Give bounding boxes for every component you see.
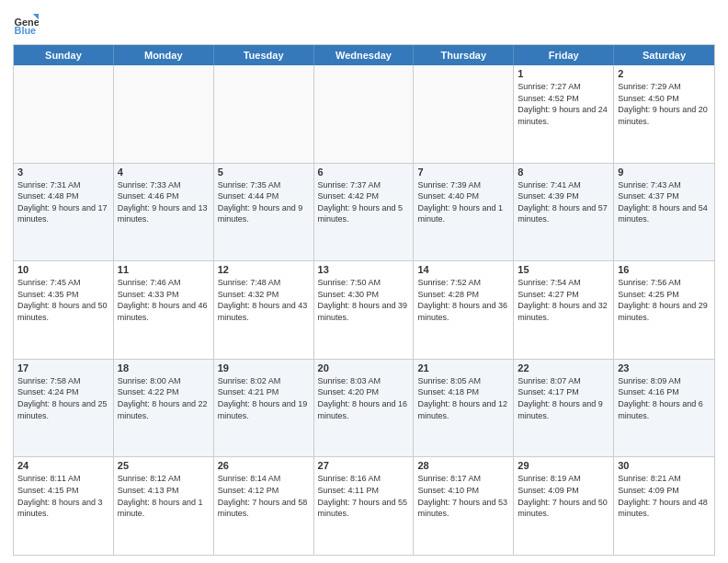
calendar-cell: 28Sunrise: 8:17 AM Sunset: 4:10 PM Dayli… (414, 457, 514, 555)
day-info: Sunrise: 8:17 AM Sunset: 4:10 PM Dayligh… (417, 473, 509, 519)
calendar-cell: 7Sunrise: 7:39 AM Sunset: 4:40 PM Daylig… (414, 164, 514, 261)
header-tuesday: Tuesday (214, 45, 314, 65)
day-info: Sunrise: 7:46 AM Sunset: 4:33 PM Dayligh… (118, 277, 210, 323)
day-number: 30 (618, 460, 711, 471)
day-number: 24 (17, 460, 109, 471)
day-info: Sunrise: 8:11 AM Sunset: 4:15 PM Dayligh… (17, 473, 109, 519)
day-number: 19 (218, 362, 310, 373)
day-info: Sunrise: 7:52 AM Sunset: 4:28 PM Dayligh… (417, 277, 509, 323)
day-info: Sunrise: 8:16 AM Sunset: 4:11 PM Dayligh… (318, 473, 410, 519)
day-info: Sunrise: 8:02 AM Sunset: 4:21 PM Dayligh… (218, 375, 310, 421)
day-number: 28 (417, 460, 509, 471)
day-info: Sunrise: 7:58 AM Sunset: 4:24 PM Dayligh… (17, 375, 109, 421)
calendar-cell: 12Sunrise: 7:48 AM Sunset: 4:32 PM Dayli… (214, 261, 314, 359)
day-number: 17 (17, 362, 109, 373)
calendar-cell: 25Sunrise: 8:12 AM Sunset: 4:13 PM Dayli… (114, 457, 214, 555)
calendar-cell (114, 65, 214, 163)
day-number: 5 (218, 167, 310, 178)
day-info: Sunrise: 7:48 AM Sunset: 4:32 PM Dayligh… (218, 277, 310, 323)
day-info: Sunrise: 8:09 AM Sunset: 4:16 PM Dayligh… (618, 375, 711, 421)
calendar-cell: 16Sunrise: 7:56 AM Sunset: 4:25 PM Dayli… (614, 261, 714, 359)
calendar-cell: 23Sunrise: 8:09 AM Sunset: 4:16 PM Dayli… (614, 360, 714, 457)
calendar-cell: 15Sunrise: 7:54 AM Sunset: 4:27 PM Dayli… (514, 261, 614, 359)
day-info: Sunrise: 8:00 AM Sunset: 4:22 PM Dayligh… (118, 375, 210, 421)
svg-text:Blue: Blue (15, 25, 37, 36)
calendar-cell: 19Sunrise: 8:02 AM Sunset: 4:21 PM Dayli… (214, 360, 314, 457)
day-number: 6 (318, 167, 410, 178)
day-number: 13 (318, 264, 410, 275)
day-number: 27 (318, 460, 410, 471)
calendar-row-2: 3Sunrise: 7:31 AM Sunset: 4:48 PM Daylig… (14, 164, 714, 262)
header-friday: Friday (514, 45, 614, 65)
logo-icon: General Blue (13, 11, 39, 37)
day-number: 11 (118, 264, 210, 275)
day-info: Sunrise: 7:56 AM Sunset: 4:25 PM Dayligh… (618, 277, 711, 323)
calendar-cell (214, 65, 314, 163)
header-sunday: Sunday (14, 45, 114, 65)
calendar-row-5: 24Sunrise: 8:11 AM Sunset: 4:15 PM Dayli… (14, 457, 714, 555)
calendar-cell: 14Sunrise: 7:52 AM Sunset: 4:28 PM Dayli… (414, 261, 514, 359)
calendar-cell: 13Sunrise: 7:50 AM Sunset: 4:30 PM Dayli… (314, 261, 415, 359)
calendar-cell: 11Sunrise: 7:46 AM Sunset: 4:33 PM Dayli… (114, 261, 214, 359)
day-info: Sunrise: 7:35 AM Sunset: 4:44 PM Dayligh… (218, 179, 310, 225)
calendar-cell: 10Sunrise: 7:45 AM Sunset: 4:35 PM Dayli… (14, 261, 114, 359)
day-info: Sunrise: 7:33 AM Sunset: 4:46 PM Dayligh… (118, 179, 210, 225)
day-info: Sunrise: 8:07 AM Sunset: 4:17 PM Dayligh… (518, 375, 609, 421)
day-number: 14 (417, 264, 509, 275)
calendar-cell: 18Sunrise: 8:00 AM Sunset: 4:22 PM Dayli… (114, 360, 214, 457)
day-info: Sunrise: 8:21 AM Sunset: 4:09 PM Dayligh… (618, 473, 711, 519)
calendar-cell: 26Sunrise: 8:14 AM Sunset: 4:12 PM Dayli… (214, 457, 314, 555)
day-number: 12 (218, 264, 310, 275)
day-info: Sunrise: 8:12 AM Sunset: 4:13 PM Dayligh… (118, 473, 210, 519)
day-info: Sunrise: 8:14 AM Sunset: 4:12 PM Dayligh… (218, 473, 310, 519)
calendar-cell: 8Sunrise: 7:41 AM Sunset: 4:39 PM Daylig… (514, 164, 614, 261)
day-number: 16 (618, 264, 711, 275)
day-info: Sunrise: 7:31 AM Sunset: 4:48 PM Dayligh… (17, 179, 109, 225)
day-info: Sunrise: 7:39 AM Sunset: 4:40 PM Dayligh… (417, 179, 509, 225)
day-info: Sunrise: 8:05 AM Sunset: 4:18 PM Dayligh… (417, 375, 509, 421)
calendar-cell: 29Sunrise: 8:19 AM Sunset: 4:09 PM Dayli… (514, 457, 614, 555)
day-info: Sunrise: 7:27 AM Sunset: 4:52 PM Dayligh… (518, 81, 609, 127)
day-info: Sunrise: 7:37 AM Sunset: 4:42 PM Dayligh… (318, 179, 410, 225)
calendar-cell: 27Sunrise: 8:16 AM Sunset: 4:11 PM Dayli… (314, 457, 415, 555)
day-number: 7 (417, 167, 509, 178)
day-info: Sunrise: 7:45 AM Sunset: 4:35 PM Dayligh… (17, 277, 109, 323)
calendar-cell: 24Sunrise: 8:11 AM Sunset: 4:15 PM Dayli… (14, 457, 114, 555)
calendar-cell: 3Sunrise: 7:31 AM Sunset: 4:48 PM Daylig… (14, 164, 114, 261)
calendar-row-1: 1Sunrise: 7:27 AM Sunset: 4:52 PM Daylig… (14, 65, 714, 164)
header-wednesday: Wednesday (314, 45, 415, 65)
day-number: 21 (417, 362, 509, 373)
calendar-header: Sunday Monday Tuesday Wednesday Thursday… (14, 45, 714, 65)
day-number: 15 (518, 264, 609, 275)
calendar: Sunday Monday Tuesday Wednesday Thursday… (13, 44, 715, 556)
calendar-cell (14, 65, 114, 163)
calendar-body: 1Sunrise: 7:27 AM Sunset: 4:52 PM Daylig… (14, 65, 714, 555)
page: General Blue Sunday Monday Tuesday Wedne… (0, 0, 728, 563)
day-number: 1 (518, 68, 609, 79)
calendar-cell: 2Sunrise: 7:29 AM Sunset: 4:50 PM Daylig… (614, 65, 714, 163)
calendar-cell: 22Sunrise: 8:07 AM Sunset: 4:17 PM Dayli… (514, 360, 614, 457)
day-number: 20 (318, 362, 410, 373)
calendar-row-4: 17Sunrise: 7:58 AM Sunset: 4:24 PM Dayli… (14, 360, 714, 458)
day-info: Sunrise: 8:19 AM Sunset: 4:09 PM Dayligh… (518, 473, 609, 519)
day-number: 9 (618, 167, 711, 178)
day-number: 23 (618, 362, 711, 373)
day-info: Sunrise: 8:03 AM Sunset: 4:20 PM Dayligh… (318, 375, 410, 421)
calendar-cell: 17Sunrise: 7:58 AM Sunset: 4:24 PM Dayli… (14, 360, 114, 457)
calendar-cell: 30Sunrise: 8:21 AM Sunset: 4:09 PM Dayli… (614, 457, 714, 555)
day-info: Sunrise: 7:50 AM Sunset: 4:30 PM Dayligh… (318, 277, 410, 323)
calendar-cell (414, 65, 514, 163)
calendar-cell: 5Sunrise: 7:35 AM Sunset: 4:44 PM Daylig… (214, 164, 314, 261)
day-number: 25 (118, 460, 210, 471)
calendar-cell: 21Sunrise: 8:05 AM Sunset: 4:18 PM Dayli… (414, 360, 514, 457)
header: General Blue (13, 11, 715, 37)
calendar-cell: 9Sunrise: 7:43 AM Sunset: 4:37 PM Daylig… (614, 164, 714, 261)
day-number: 8 (518, 167, 609, 178)
header-saturday: Saturday (614, 45, 714, 65)
day-number: 22 (518, 362, 609, 373)
day-info: Sunrise: 7:29 AM Sunset: 4:50 PM Dayligh… (618, 81, 711, 127)
calendar-cell: 4Sunrise: 7:33 AM Sunset: 4:46 PM Daylig… (114, 164, 214, 261)
day-info: Sunrise: 7:43 AM Sunset: 4:37 PM Dayligh… (618, 179, 711, 225)
calendar-cell: 1Sunrise: 7:27 AM Sunset: 4:52 PM Daylig… (514, 65, 614, 163)
calendar-cell: 6Sunrise: 7:37 AM Sunset: 4:42 PM Daylig… (314, 164, 415, 261)
